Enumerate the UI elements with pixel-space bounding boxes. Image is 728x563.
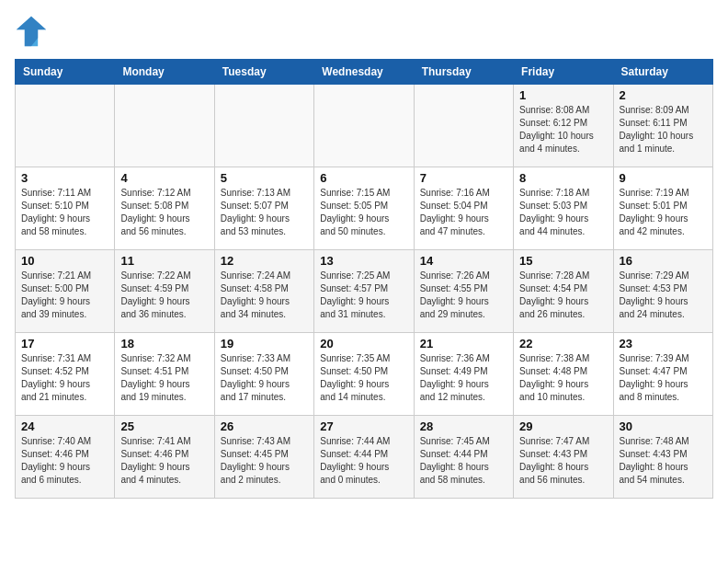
logo	[15, 15, 51, 48]
day-info: Sunrise: 7:25 AM Sunset: 4:57 PM Dayligh…	[320, 270, 407, 321]
day-number: 29	[519, 419, 607, 433]
calendar-week-row: 1Sunrise: 8:08 AM Sunset: 6:12 PM Daylig…	[16, 85, 713, 167]
calendar-cell	[214, 85, 313, 167]
day-number: 12	[221, 254, 308, 268]
day-number: 23	[620, 337, 707, 350]
calendar-cell	[314, 85, 414, 167]
calendar-cell: 19Sunrise: 7:33 AM Sunset: 4:50 PM Dayli…	[214, 333, 313, 416]
calendar-cell: 4Sunrise: 7:12 AM Sunset: 5:08 PM Daylig…	[115, 167, 214, 250]
day-info: Sunrise: 7:45 AM Sunset: 4:44 PM Dayligh…	[420, 435, 507, 487]
weekday-header: Thursday	[414, 60, 513, 85]
day-number: 2	[620, 88, 707, 102]
weekday-header: Tuesday	[214, 60, 313, 85]
day-info: Sunrise: 7:18 AM Sunset: 5:03 PM Dayligh…	[519, 187, 607, 238]
day-number: 5	[221, 171, 308, 185]
calendar-cell: 10Sunrise: 7:21 AM Sunset: 5:00 PM Dayli…	[16, 250, 115, 333]
calendar-cell: 30Sunrise: 7:48 AM Sunset: 4:43 PM Dayli…	[613, 416, 712, 499]
calendar-cell: 21Sunrise: 7:36 AM Sunset: 4:49 PM Dayli…	[414, 333, 513, 416]
calendar-week-row: 24Sunrise: 7:40 AM Sunset: 4:46 PM Dayli…	[16, 416, 713, 499]
weekday-header: Friday	[514, 60, 613, 85]
calendar-week-row: 3Sunrise: 7:11 AM Sunset: 5:10 PM Daylig…	[16, 167, 713, 250]
day-number: 17	[21, 337, 108, 350]
day-number: 3	[21, 171, 108, 185]
day-number: 6	[320, 171, 407, 185]
calendar-cell: 11Sunrise: 7:22 AM Sunset: 4:59 PM Dayli…	[115, 250, 214, 333]
logo-icon	[15, 15, 48, 48]
day-info: Sunrise: 7:48 AM Sunset: 4:43 PM Dayligh…	[620, 435, 707, 487]
day-info: Sunrise: 7:39 AM Sunset: 4:47 PM Dayligh…	[620, 352, 707, 404]
day-number: 28	[420, 419, 507, 433]
day-number: 18	[120, 337, 208, 350]
day-number: 24	[21, 419, 108, 433]
day-info: Sunrise: 7:44 AM Sunset: 4:44 PM Dayligh…	[320, 435, 407, 487]
day-info: Sunrise: 7:22 AM Sunset: 4:59 PM Dayligh…	[120, 270, 208, 321]
calendar-cell: 27Sunrise: 7:44 AM Sunset: 4:44 PM Dayli…	[314, 416, 414, 499]
day-number: 11	[120, 254, 208, 268]
svg-marker-1	[17, 17, 46, 46]
calendar-cell: 14Sunrise: 7:26 AM Sunset: 4:55 PM Dayli…	[414, 250, 513, 333]
day-info: Sunrise: 7:24 AM Sunset: 4:58 PM Dayligh…	[221, 270, 308, 321]
calendar-cell: 29Sunrise: 7:47 AM Sunset: 4:43 PM Dayli…	[514, 416, 613, 499]
day-info: Sunrise: 7:29 AM Sunset: 4:53 PM Dayligh…	[620, 270, 707, 321]
day-number: 10	[21, 254, 108, 268]
weekday-header: Saturday	[613, 60, 712, 85]
day-number: 13	[320, 254, 407, 268]
calendar-cell: 23Sunrise: 7:39 AM Sunset: 4:47 PM Dayli…	[613, 333, 712, 416]
day-number: 21	[420, 337, 507, 350]
weekday-header-row: SundayMondayTuesdayWednesdayThursdayFrid…	[16, 60, 713, 85]
day-info: Sunrise: 7:41 AM Sunset: 4:46 PM Dayligh…	[120, 435, 208, 487]
day-info: Sunrise: 7:11 AM Sunset: 5:10 PM Dayligh…	[21, 187, 108, 238]
day-number: 14	[420, 254, 507, 268]
day-info: Sunrise: 7:33 AM Sunset: 4:50 PM Dayligh…	[221, 352, 308, 404]
calendar-cell: 28Sunrise: 7:45 AM Sunset: 4:44 PM Dayli…	[414, 416, 513, 499]
calendar-cell: 8Sunrise: 7:18 AM Sunset: 5:03 PM Daylig…	[514, 167, 613, 250]
calendar-cell: 12Sunrise: 7:24 AM Sunset: 4:58 PM Dayli…	[214, 250, 313, 333]
calendar-cell: 20Sunrise: 7:35 AM Sunset: 4:50 PM Dayli…	[314, 333, 414, 416]
day-info: Sunrise: 7:12 AM Sunset: 5:08 PM Dayligh…	[120, 187, 208, 238]
calendar: SundayMondayTuesdayWednesdayThursdayFrid…	[15, 59, 713, 499]
day-number: 30	[620, 419, 707, 433]
calendar-cell: 13Sunrise: 7:25 AM Sunset: 4:57 PM Dayli…	[314, 250, 414, 333]
weekday-header: Sunday	[16, 60, 115, 85]
calendar-cell: 6Sunrise: 7:15 AM Sunset: 5:05 PM Daylig…	[314, 167, 414, 250]
day-number: 27	[320, 419, 407, 433]
day-info: Sunrise: 7:16 AM Sunset: 5:04 PM Dayligh…	[420, 187, 507, 238]
day-info: Sunrise: 7:32 AM Sunset: 4:51 PM Dayligh…	[120, 352, 208, 404]
calendar-cell: 22Sunrise: 7:38 AM Sunset: 4:48 PM Dayli…	[514, 333, 613, 416]
weekday-header: Monday	[115, 60, 214, 85]
calendar-cell: 7Sunrise: 7:16 AM Sunset: 5:04 PM Daylig…	[414, 167, 513, 250]
calendar-cell	[115, 85, 214, 167]
day-info: Sunrise: 7:36 AM Sunset: 4:49 PM Dayligh…	[420, 352, 507, 404]
day-number: 1	[519, 88, 607, 102]
calendar-cell: 3Sunrise: 7:11 AM Sunset: 5:10 PM Daylig…	[16, 167, 115, 250]
day-number: 7	[420, 171, 507, 185]
calendar-cell: 2Sunrise: 8:09 AM Sunset: 6:11 PM Daylig…	[613, 85, 712, 167]
day-number: 8	[519, 171, 607, 185]
calendar-cell: 17Sunrise: 7:31 AM Sunset: 4:52 PM Dayli…	[16, 333, 115, 416]
day-info: Sunrise: 7:21 AM Sunset: 5:00 PM Dayligh…	[21, 270, 108, 321]
calendar-cell: 1Sunrise: 8:08 AM Sunset: 6:12 PM Daylig…	[514, 85, 613, 167]
day-number: 4	[120, 171, 208, 185]
day-number: 16	[620, 254, 707, 268]
day-info: Sunrise: 7:43 AM Sunset: 4:45 PM Dayligh…	[221, 435, 308, 487]
calendar-cell: 24Sunrise: 7:40 AM Sunset: 4:46 PM Dayli…	[16, 416, 115, 499]
calendar-cell: 15Sunrise: 7:28 AM Sunset: 4:54 PM Dayli…	[514, 250, 613, 333]
day-info: Sunrise: 7:13 AM Sunset: 5:07 PM Dayligh…	[221, 187, 308, 238]
calendar-cell	[414, 85, 513, 167]
day-number: 19	[221, 337, 308, 350]
day-info: Sunrise: 7:35 AM Sunset: 4:50 PM Dayligh…	[320, 352, 407, 404]
calendar-week-row: 10Sunrise: 7:21 AM Sunset: 5:00 PM Dayli…	[16, 250, 713, 333]
day-number: 25	[120, 419, 208, 433]
day-info: Sunrise: 7:28 AM Sunset: 4:54 PM Dayligh…	[519, 270, 607, 321]
day-info: Sunrise: 7:40 AM Sunset: 4:46 PM Dayligh…	[21, 435, 108, 487]
calendar-cell: 18Sunrise: 7:32 AM Sunset: 4:51 PM Dayli…	[115, 333, 214, 416]
day-info: Sunrise: 7:19 AM Sunset: 5:01 PM Dayligh…	[620, 187, 707, 238]
calendar-cell: 26Sunrise: 7:43 AM Sunset: 4:45 PM Dayli…	[214, 416, 313, 499]
calendar-week-row: 17Sunrise: 7:31 AM Sunset: 4:52 PM Dayli…	[16, 333, 713, 416]
day-number: 15	[519, 254, 607, 268]
day-number: 9	[620, 171, 707, 185]
day-number: 20	[320, 337, 407, 350]
calendar-cell: 5Sunrise: 7:13 AM Sunset: 5:07 PM Daylig…	[214, 167, 313, 250]
calendar-cell: 9Sunrise: 7:19 AM Sunset: 5:01 PM Daylig…	[613, 167, 712, 250]
weekday-header: Wednesday	[314, 60, 414, 85]
